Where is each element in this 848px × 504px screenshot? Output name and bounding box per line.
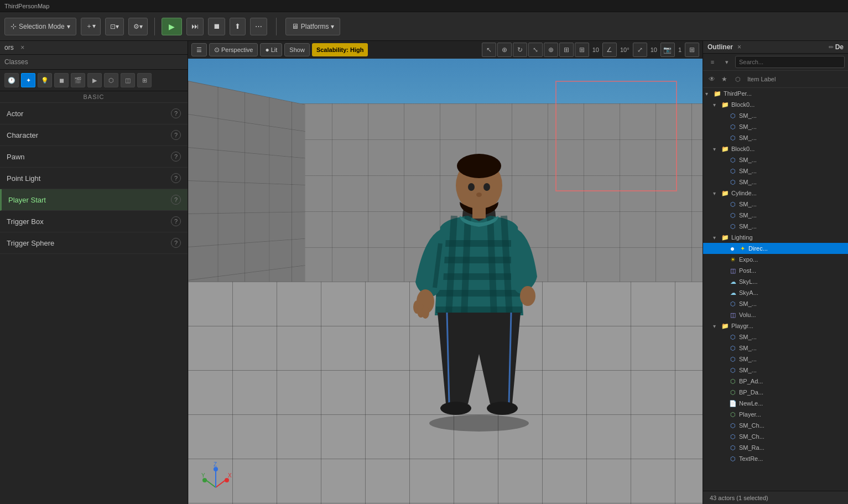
lights-icon-btn[interactable]: 💡 <box>38 73 52 87</box>
play-button[interactable]: ▶ <box>162 18 182 35</box>
tree-item-cylinder[interactable]: ▾ 📁 Cylinde... <box>703 188 848 199</box>
class-item-triggerbox[interactable]: Trigger Box ? <box>0 211 188 232</box>
left-panel-close-button[interactable]: × <box>18 43 27 52</box>
tree-item-block0-1[interactable]: ▾ 📁 Block0... <box>703 99 848 110</box>
tree-item-sm3[interactable]: ⬡ SM_... <box>703 132 848 143</box>
basic-icon-btn[interactable]: ✦ <box>21 73 35 87</box>
play-icon: ▶ <box>169 22 175 31</box>
angle-snapping[interactable]: ∠ <box>602 43 617 57</box>
tree-item-textre[interactable]: ⬡ TextRe... <box>703 453 848 464</box>
tree-item-block0-2[interactable]: ▾ 📁 Block0... <box>703 143 848 154</box>
pawn-help-icon[interactable]: ? <box>171 152 181 162</box>
class-item-pointlight[interactable]: Point Light ? <box>0 168 188 189</box>
tree-item-bpadv[interactable]: ⬡ BP_Ad... <box>703 376 848 387</box>
surface-snapping[interactable]: ⊞ <box>559 43 574 57</box>
tree-item-playgr[interactable]: ▾ 📁 Playgr... <box>703 320 848 331</box>
shapes-icon-btn[interactable]: ◼ <box>54 73 69 87</box>
add-actor-button[interactable]: ＋▾ <box>81 18 101 35</box>
tree-item-sm2[interactable]: ⬡ SM_... <box>703 121 848 132</box>
tree-item-sm5[interactable]: ⬡ SM_... <box>703 165 848 176</box>
translate-tool[interactable]: ↖ <box>482 43 496 57</box>
bp-icon-bpda: ⬡ <box>729 388 737 397</box>
tree-item-sm8[interactable]: ⬡ SM_... <box>703 210 848 221</box>
tree-item-smch1[interactable]: ⬡ SM_Ch... <box>703 420 848 431</box>
show-button[interactable]: Show <box>284 43 310 56</box>
maximize-viewport[interactable]: ⊞ <box>685 43 699 57</box>
grid-snapping[interactable]: ⊞ <box>575 43 589 57</box>
scale-tool[interactable]: ⤡ <box>528 43 543 57</box>
tree-item-sm10[interactable]: ⬡ SM_... <box>703 298 848 309</box>
outliner-edit-button[interactable]: ✏ De <box>829 43 844 51</box>
geometry-icon-btn[interactable]: ⬡ <box>104 73 118 87</box>
type-icon-btn[interactable]: ⬡ <box>732 73 744 85</box>
outliner-filter-btn[interactable]: ≡ <box>706 56 719 68</box>
perspective-sphere-icon: ⊙ <box>214 46 220 54</box>
volumes-icon-btn[interactable]: ◫ <box>121 73 135 87</box>
tree-item-player[interactable]: ⬡ Player... <box>703 409 848 420</box>
triggerbox-help-icon[interactable]: ? <box>171 216 181 226</box>
tree-item-sm11[interactable]: ⬡ SM_... <box>703 331 848 342</box>
tree-item-sm1[interactable]: ⬡ SM_... <box>703 110 848 121</box>
cinematics-icon-btn[interactable]: 🎬 <box>71 73 85 87</box>
tree-item-smch2[interactable]: ⬡ SM_Ch... <box>703 431 848 442</box>
tree-item-sm9[interactable]: ⬡ SM_... <box>703 221 848 232</box>
visibility-toggle[interactable]: 👁 <box>707 75 716 84</box>
visual-icon-btn[interactable]: ▶ <box>87 73 102 87</box>
tree-item-skyl[interactable]: ☁ SkyL... <box>703 276 848 287</box>
upload-button[interactable]: ⬆ <box>230 18 246 35</box>
tree-item-sm4[interactable]: ⬡ SM_... <box>703 154 848 165</box>
platforms-button[interactable]: 🖥 Platforms ▾ <box>285 18 341 35</box>
classes-section-label: Classes <box>0 55 188 70</box>
more-options-button[interactable]: ⋯ <box>250 18 267 35</box>
tree-item-sm6[interactable]: ⬡ SM_... <box>703 176 848 188</box>
perspective-button[interactable]: ⊙ Perspective <box>209 43 258 56</box>
tree-item-sm14[interactable]: ⬡ SM_... <box>703 365 848 376</box>
basic-section-label: BASIC <box>0 91 188 103</box>
triggersphere-help-icon[interactable]: ? <box>171 238 181 248</box>
viewport-menu-button[interactable]: ☰ <box>191 43 207 56</box>
class-item-actor[interactable]: Actor ? <box>0 103 188 124</box>
platform-icon: 🖥 <box>292 22 299 30</box>
tree-item-post[interactable]: ◫ Post... <box>703 265 848 276</box>
tree-item-lighting[interactable]: ▾ 📁 Lighting <box>703 232 848 243</box>
viewport[interactable]: ☰ ⊙ Perspective ● Lit Show Scalability: … <box>188 41 703 504</box>
tree-item-directional[interactable]: ● ✦ Direc... <box>703 243 848 254</box>
class-item-playerstart[interactable]: Player Start ? <box>0 189 188 211</box>
selection-mode-button[interactable]: ⊹ Selection Mode ▾ <box>4 18 76 35</box>
actor-help-icon[interactable]: ? <box>171 108 181 118</box>
tree-item-volu[interactable]: ◫ Volu... <box>703 309 848 320</box>
stop-button[interactable]: ⏹ <box>208 18 225 35</box>
tree-item-smra[interactable]: ⬡ SM_Ra... <box>703 442 848 453</box>
tree-item-thirdper[interactable]: ▾ 📁 ThirdPer... <box>703 88 848 99</box>
camera-speed-btn[interactable]: 📷 <box>660 43 675 57</box>
favorite-toggle[interactable]: ★ <box>720 75 729 84</box>
tree-item-sm13[interactable]: ⬡ SM_... <box>703 354 848 365</box>
scale-snapping[interactable]: ⤢ <box>633 43 647 57</box>
class-item-character[interactable]: Character ? <box>0 124 188 146</box>
skip-forward-button[interactable]: ⏭ <box>186 18 204 35</box>
tree-item-skya[interactable]: ☁ SkyA... <box>703 287 848 298</box>
folder-icon-newlevel: 📄 <box>729 399 737 408</box>
outliner-tree[interactable]: ▾ 📁 ThirdPer... ▾ 📁 Block0... ⬡ SM_... ⬡… <box>703 88 848 491</box>
character-help-icon[interactable]: ? <box>171 130 181 140</box>
lit-button[interactable]: ● Lit <box>260 43 282 56</box>
outliner-close-button[interactable]: × <box>737 43 741 51</box>
playerstart-help-icon[interactable]: ? <box>171 195 181 205</box>
snap-button[interactable]: ⊡▾ <box>105 18 124 35</box>
world-local-toggle[interactable]: ⊕ <box>544 43 558 57</box>
tree-item-sm7[interactable]: ⬡ SM_... <box>703 199 848 210</box>
class-item-pawn[interactable]: Pawn ? <box>0 146 188 168</box>
rotate-tool[interactable]: ↻ <box>513 43 527 57</box>
tree-item-bpda[interactable]: ⬡ BP_Da... <box>703 387 848 398</box>
build-button[interactable]: ⚙▾ <box>128 18 148 35</box>
transform-all-tool[interactable]: ⊕ <box>497 43 512 57</box>
class-item-triggersphere[interactable]: Trigger Sphere ? <box>0 232 188 254</box>
pointlight-help-icon[interactable]: ? <box>171 173 181 183</box>
recent-icon-btn[interactable]: 🕐 <box>4 73 19 87</box>
tree-item-newlevel[interactable]: 📄 NewLe... <box>703 398 848 409</box>
tree-item-expo[interactable]: ☀ Expo... <box>703 254 848 265</box>
outliner-search-input[interactable] <box>735 56 845 68</box>
allclasses-icon-btn[interactable]: ⊞ <box>137 73 152 87</box>
tree-item-sm12[interactable]: ⬡ SM_... <box>703 342 848 354</box>
outliner-sort-btn[interactable]: ▾ <box>721 56 733 68</box>
